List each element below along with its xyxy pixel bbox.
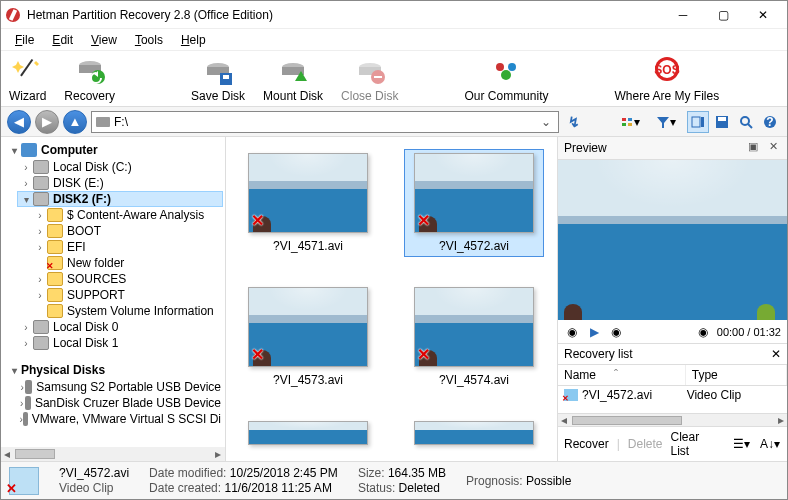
- window-title: Hetman Partition Recovery 2.8 (Office Ed…: [27, 8, 663, 22]
- community-button[interactable]: Our Community: [464, 55, 548, 103]
- recovery-row[interactable]: ?VI_4572.aviVideo Clip: [558, 386, 787, 404]
- time-display: 00:00 / 01:32: [717, 326, 781, 338]
- app-icon: [5, 7, 21, 23]
- svg-line-35: [748, 124, 752, 128]
- recovery-scrollbar[interactable]: ◂▸: [558, 413, 787, 426]
- svg-rect-25: [622, 118, 626, 121]
- clear-list-button[interactable]: Clear List: [671, 430, 716, 458]
- tree-support[interactable]: ›SUPPORT: [31, 287, 223, 303]
- close-disk-button: Close Disk: [341, 55, 398, 103]
- file-name: ?VI_4573.avi: [273, 373, 343, 387]
- maximize-button[interactable]: ▢: [703, 2, 743, 28]
- deleted-file-icon: [564, 389, 578, 401]
- computer-icon: [21, 143, 37, 157]
- menu-file[interactable]: File: [7, 31, 42, 49]
- svg-rect-28: [628, 123, 632, 126]
- recovery-list-title: Recovery list: [564, 347, 633, 361]
- rl-col-type[interactable]: Type: [686, 365, 787, 385]
- play-button[interactable]: ▶: [586, 324, 602, 340]
- file-item[interactable]: [238, 417, 378, 449]
- file-content-area[interactable]: ✕?VI_4571.avi✕?VI_4572.avi✕?VI_4573.avi✕…: [226, 137, 557, 461]
- menu-view[interactable]: View: [83, 31, 125, 49]
- volume-button[interactable]: ◉: [695, 324, 711, 340]
- save-session-button[interactable]: [711, 111, 733, 133]
- delete-button: Delete: [628, 437, 663, 451]
- tree-svi[interactable]: System Volume Information: [31, 303, 223, 319]
- tree-localdisk0[interactable]: ›Local Disk 0: [17, 319, 223, 335]
- preview-video[interactable]: [558, 160, 787, 320]
- recover-button[interactable]: Recover: [564, 437, 609, 451]
- folder-icon: [47, 304, 63, 318]
- drive-icon: [33, 192, 49, 206]
- tree-localdisk1[interactable]: ›Local Disk 1: [17, 335, 223, 351]
- tree-sources[interactable]: ›SOURCES: [31, 271, 223, 287]
- drive-icon: [33, 320, 49, 334]
- folder-icon: [47, 208, 63, 222]
- rl-sort-button[interactable]: A↓▾: [759, 433, 781, 455]
- tree-caa[interactable]: ›$ Content-Aware Analysis: [31, 207, 223, 223]
- tree-efi[interactable]: ›EFI: [31, 239, 223, 255]
- svg-rect-27: [622, 123, 626, 126]
- tree-dev-samsung[interactable]: ›Samsung S2 Portable USB Device: [17, 379, 223, 395]
- file-item[interactable]: ✕?VI_4571.avi: [238, 149, 378, 257]
- wizard-button[interactable]: Wizard: [9, 55, 46, 103]
- refresh-button[interactable]: ↯: [563, 111, 585, 133]
- play-next-button[interactable]: ◉: [608, 324, 624, 340]
- folder-icon: [47, 224, 63, 238]
- svg-rect-18: [374, 76, 382, 78]
- folder-tree[interactable]: ▾Computer ›Local Disk (C:) ›DISK (E:) ▾D…: [1, 137, 226, 461]
- address-bar[interactable]: ⌄: [91, 111, 559, 133]
- menu-help[interactable]: Help: [173, 31, 214, 49]
- file-name: ?VI_4574.avi: [439, 373, 509, 387]
- filter-button[interactable]: ▾: [655, 111, 677, 133]
- drive-icon: [33, 160, 49, 174]
- menu-tools[interactable]: Tools: [127, 31, 171, 49]
- mount-disk-button[interactable]: Mount Disk: [263, 55, 323, 103]
- usb-icon: [25, 380, 32, 394]
- minimize-button[interactable]: ─: [663, 2, 703, 28]
- file-item[interactable]: ✕?VI_4574.avi: [404, 283, 544, 391]
- address-input[interactable]: [114, 113, 538, 131]
- save-disk-button[interactable]: Save Disk: [191, 55, 245, 103]
- nav-back-button[interactable]: ◀: [7, 110, 31, 134]
- preview-pop-button[interactable]: ▣: [745, 140, 761, 156]
- address-dropdown[interactable]: ⌄: [538, 115, 554, 129]
- play-prev-button[interactable]: ◉: [564, 324, 580, 340]
- file-name: ?VI_4572.avi: [439, 239, 509, 253]
- tree-boot[interactable]: ›BOOT: [31, 223, 223, 239]
- nav-up-button[interactable]: ▲: [63, 110, 87, 134]
- svg-point-34: [741, 117, 749, 125]
- view-dropdown[interactable]: ▾: [619, 111, 641, 133]
- help-button[interactable]: ?: [759, 111, 781, 133]
- svg-point-20: [508, 63, 516, 71]
- rl-col-name[interactable]: Nameˆ: [558, 365, 686, 385]
- drive-icon: [33, 336, 49, 350]
- close-button[interactable]: ✕: [743, 2, 783, 28]
- tree-disk-e[interactable]: ›DISK (E:): [17, 175, 223, 191]
- file-item[interactable]: ✕?VI_4573.avi: [238, 283, 378, 391]
- preview-pane-toggle[interactable]: [687, 111, 709, 133]
- file-item[interactable]: ✕?VI_4572.avi: [404, 149, 544, 257]
- tree-dev-vmware[interactable]: ›VMware, VMware Virtual S SCSI Di: [17, 411, 223, 427]
- menu-edit[interactable]: Edit: [44, 31, 81, 49]
- status-file-icon: [9, 467, 39, 495]
- file-item[interactable]: [404, 417, 544, 449]
- where-files-button[interactable]: SOSWhere Are My Files: [614, 55, 719, 103]
- tree-newfolder[interactable]: New folder: [31, 255, 223, 271]
- preview-close-button[interactable]: ✕: [765, 140, 781, 156]
- tree-disk2-f[interactable]: ▾DISK2 (F:): [17, 191, 223, 207]
- tree-local-c[interactable]: ›Local Disk (C:): [17, 159, 223, 175]
- file-name: ?VI_4571.avi: [273, 239, 343, 253]
- recovery-button[interactable]: Recovery: [64, 55, 115, 103]
- usb-icon: [23, 412, 28, 426]
- svg-rect-11: [223, 75, 229, 79]
- svg-rect-30: [692, 117, 700, 127]
- recovery-close-button[interactable]: ✕: [771, 347, 781, 361]
- nav-forward-button[interactable]: ▶: [35, 110, 59, 134]
- search-button[interactable]: [735, 111, 757, 133]
- rl-view-button[interactable]: ☰▾: [731, 433, 751, 455]
- tree-dev-sandisk[interactable]: ›SanDisk Cruzer Blade USB Device: [17, 395, 223, 411]
- tree-scrollbar[interactable]: ◂▸: [1, 447, 225, 461]
- svg-marker-3: [34, 61, 39, 66]
- status-filename: ?VI_4572.avi: [59, 466, 129, 480]
